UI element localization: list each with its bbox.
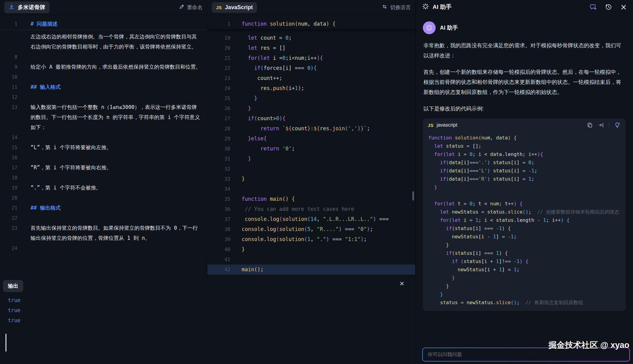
problem-line: 20 bbox=[0, 193, 207, 203]
code-line: 30 return '0'; bbox=[207, 144, 415, 154]
problem-line: 10 bbox=[0, 72, 207, 82]
rename-button[interactable]: 重命名 bbox=[179, 4, 203, 11]
editor-scrollbar[interactable] bbox=[412, 191, 414, 200]
code-line: 21 for(let i =0;i<num;i++){ bbox=[207, 53, 415, 63]
suggested-code-line bbox=[428, 191, 620, 200]
download-icon bbox=[9, 4, 15, 11]
suggested-code-line: if(data[i]==='R') status[i] = 1; bbox=[428, 175, 620, 183]
suggested-code-line: for(let i = 1; i < status.length - 1; i+… bbox=[428, 216, 620, 224]
insert-code-icon[interactable] bbox=[598, 122, 604, 128]
suggested-code-line: } bbox=[428, 282, 620, 290]
code-line: 31 } bbox=[207, 154, 415, 164]
app-root: 多米诺骨牌 重命名 1# 问题描述 左边或右边的相邻骨牌推倒。当一个骨牌，其左边… bbox=[0, 0, 633, 364]
output-close-icon[interactable]: × bbox=[400, 279, 404, 287]
code-sticky-line: 1function solution(num, data) { bbox=[207, 19, 415, 29]
js-badge: JS bbox=[428, 123, 434, 128]
problem-line: 16 bbox=[0, 153, 207, 163]
terminal-cursor bbox=[5, 334, 6, 351]
code-line: 28 return `${count}:${res.join(',')}`; bbox=[207, 124, 415, 134]
code-line: 22 if(forces[i] === 0){ bbox=[207, 63, 415, 73]
output-panel: 输出 × truetruetrue bbox=[0, 277, 415, 364]
problem-line: 8 bbox=[0, 52, 207, 62]
suggested-code-line: if(status[i] === 1) { bbox=[428, 249, 620, 257]
code-line: 1function solution(num, data) { bbox=[207, 19, 415, 29]
code-line: 33} bbox=[207, 174, 415, 184]
output-tab[interactable]: 输出 bbox=[3, 280, 23, 292]
code-line: 19 let count = 0; bbox=[207, 33, 415, 43]
code-line: 26 } bbox=[207, 103, 415, 114]
switch-language-button[interactable]: 切换语言 bbox=[382, 4, 411, 11]
code-line: 20 let res = [] bbox=[207, 43, 415, 53]
assistant-paragraph: 首先，创建一个新的数组来存储每一轮模拟后的骨牌状态。然后，在每一轮模拟中，根据当… bbox=[423, 67, 626, 97]
code-block-content: function solution(num, data) { let statu… bbox=[423, 132, 626, 311]
assistant-paragraph: 以下是修改后的代码示例: bbox=[423, 104, 626, 114]
code-line: 25 } bbox=[207, 93, 415, 103]
sparkle-icon bbox=[422, 3, 429, 11]
problem-editor[interactable]: 1# 问题描述 左边或右边的相邻骨牌推倒。当一个骨牌，其左边倒向它的骨牌数目与其… bbox=[0, 19, 207, 276]
code-editor[interactable]: 1function solution(num, data) { 19 let c… bbox=[207, 19, 415, 276]
pencil-icon bbox=[179, 4, 185, 11]
magic-bulb-icon[interactable] bbox=[614, 122, 621, 128]
code-line: 34 bbox=[207, 184, 415, 194]
code-line: 27 if(count>0){ bbox=[207, 114, 415, 124]
language-tab[interactable]: JS JavaScript bbox=[212, 2, 257, 13]
suggested-code-line: function solution(num, data) { bbox=[428, 134, 620, 142]
problem-panel: 多米诺骨牌 重命名 1# 问题描述 左边或右边的相邻骨牌推倒。当一个骨牌，其左边… bbox=[0, 0, 207, 276]
problem-line: 9给定小 A 最初推骨牌的方向，求出最后依然保持竖立的骨牌数目和位置。 bbox=[0, 62, 207, 72]
code-line: 42main(); bbox=[207, 265, 415, 275]
code-line: 29 }else{ bbox=[207, 134, 415, 144]
output-lines: truetruetrue bbox=[8, 295, 20, 326]
close-icon[interactable]: × bbox=[620, 4, 627, 10]
code-panel: JS JavaScript 切换语言 1function solution(nu… bbox=[207, 0, 415, 276]
problem-line: 21## 输出格式 bbox=[0, 203, 207, 213]
code-line: 39console.log(solution(1, ".") === "1:1"… bbox=[207, 234, 415, 244]
problem-line: 22 bbox=[0, 213, 207, 223]
copy-icon[interactable] bbox=[587, 122, 593, 128]
problem-line: 17“R”，第 i 个字符将要被向右推。 bbox=[0, 163, 207, 173]
swap-arrows-icon bbox=[382, 4, 388, 11]
suggested-code-line: } bbox=[428, 183, 620, 191]
avatar bbox=[423, 21, 436, 34]
assistant-paragraph: 非常抱歉，我的思路没有完全满足您的需求。对于模拟每秒骨牌状态的改变，我们可以这样… bbox=[423, 41, 626, 61]
js-badge: JS bbox=[216, 5, 222, 10]
problem-sticky-line: 1# 问题描述 bbox=[0, 19, 207, 30]
language-tab-label: JavaScript bbox=[225, 4, 253, 11]
code-header: JS JavaScript 切换语言 bbox=[207, 0, 415, 15]
history-icon[interactable] bbox=[605, 3, 612, 11]
code-block-header: JS javascript bbox=[423, 118, 626, 132]
suggested-code-line: for(let i = 0; i < data.length; i++){ bbox=[428, 150, 620, 158]
problem-line: 18 bbox=[0, 173, 207, 183]
chat-input[interactable] bbox=[423, 352, 629, 357]
new-chat-icon[interactable] bbox=[590, 3, 597, 11]
suggested-code-line: } bbox=[428, 290, 620, 298]
code-line: 37 console.log(solution(14, ".L.R...LR..… bbox=[207, 214, 415, 224]
problem-line: 1# 问题描述 bbox=[0, 19, 207, 29]
problem-header: 多米诺骨牌 重命名 bbox=[0, 0, 207, 15]
ai-header: AI 助手 × bbox=[416, 0, 633, 14]
assistant-name: AI 助手 bbox=[440, 24, 458, 31]
problem-line: 24 bbox=[0, 243, 207, 253]
suggested-code-line: if(data[i]==='L') status[i] = -1; bbox=[428, 167, 620, 175]
problem-lines: 左边或右边的相邻骨牌推倒。当一个骨牌，其左边倒向它的骨牌数目与其右边倒向它的骨牌… bbox=[0, 32, 207, 253]
code-line: 23 count++; bbox=[207, 73, 415, 83]
output-line: true bbox=[8, 295, 20, 305]
suggested-code-line: let status = []; bbox=[428, 142, 620, 150]
problem-title-tab[interactable]: 多米诺骨牌 bbox=[4, 2, 49, 13]
divider bbox=[609, 122, 609, 128]
suggested-code-line: newStatus[i + 1] = 1; bbox=[428, 265, 620, 274]
code-line: 24 res.push(i+1); bbox=[207, 83, 415, 93]
problem-line: 12 bbox=[0, 92, 207, 102]
suggested-code-line: if (status[i + 1]!== -1) { bbox=[428, 257, 620, 265]
code-lines: 19 let count = 0;20 let res = []21 for(l… bbox=[207, 33, 415, 275]
ai-header-icons: × bbox=[590, 3, 627, 11]
assistant-message-header: AI 助手 bbox=[416, 14, 633, 34]
suggested-code-line: let newStatus = status.slice(); // 创建新数组… bbox=[428, 208, 620, 216]
problem-line: 左边或右边的相邻骨牌推倒。当一个骨牌，其左边倒向它的骨牌数目与其右边倒向它的骨牌… bbox=[0, 32, 207, 52]
problem-line: 19“.”，第 i 个字符不会被推。 bbox=[0, 183, 207, 193]
suggested-code-line: } bbox=[428, 274, 620, 282]
suggested-code-line: status = newStatus.slice(); // 将新状态复制回原数… bbox=[428, 298, 620, 307]
problem-line: 13输入数据第一行包括一个整数 n（1≤n≤3000），表示这一行多米诺骨牌的数… bbox=[0, 102, 207, 132]
problem-title: 多米诺骨牌 bbox=[18, 4, 45, 11]
suggested-code-block: JS javascript function solution(num, dat… bbox=[423, 118, 626, 311]
problem-line: 14 bbox=[0, 132, 207, 142]
